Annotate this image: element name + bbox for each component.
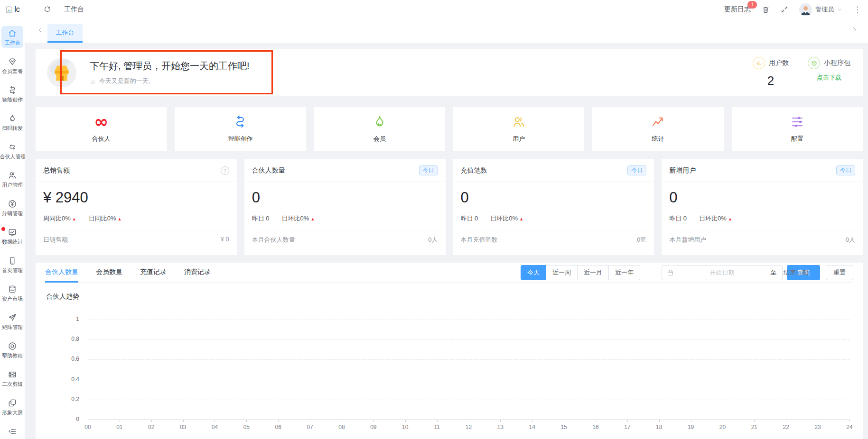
x-axis-tick xyxy=(310,420,310,422)
sidebar-item-label: 矩阵管理 xyxy=(2,324,23,331)
tab-workbench[interactable]: 工作台 xyxy=(47,24,83,43)
repeat-icon xyxy=(8,142,17,152)
chart-filter-controls: 今天 近一周 近一月 近一年 开始日期 至 查询 结束日期 重置 xyxy=(521,265,853,280)
x-axis-label: 06 xyxy=(275,424,281,430)
metric: 日环比0%▲ xyxy=(490,214,523,223)
quick-link-ai-creation[interactable]: 智能创作 xyxy=(175,107,306,151)
x-axis-label: 22 xyxy=(783,424,789,430)
user-count-stat: 用户数 2 xyxy=(753,57,789,88)
x-axis-tick xyxy=(278,420,279,422)
x-axis-label: 10 xyxy=(402,424,408,430)
mini-program-stat: 小程序包 点击下载 xyxy=(808,57,850,88)
x-axis-label: 17 xyxy=(624,424,630,430)
stat-card-footer-value: 0人 xyxy=(846,236,855,244)
date-range-input[interactable]: 开始日期 至 xyxy=(662,265,783,280)
sidebar-item-secondary-editing[interactable]: 二次剪辑 xyxy=(1,367,23,389)
sidebar-item-distribution-mgmt[interactable]: 分销管理 xyxy=(1,197,23,219)
quick-link-member[interactable]: 会员 xyxy=(314,107,445,151)
sidebar-item-matrix-mgmt[interactable]: 矩阵管理 xyxy=(1,311,23,332)
sidebar-item-homepage-mgmt[interactable]: 首页管理 xyxy=(1,254,23,275)
quick-link-settings[interactable]: 配置 xyxy=(732,107,863,151)
tab-consumption-records[interactable]: 消费记录 xyxy=(184,263,211,283)
arrow-up-icon: ▲ xyxy=(728,217,732,221)
sliders-icon xyxy=(790,115,804,129)
sidebar-item-label: 用户管理 xyxy=(2,182,23,189)
chevron-left-icon[interactable] xyxy=(37,27,44,33)
stat-card-footer-value: 0人 xyxy=(428,236,438,244)
y-axis-label: 0.2 xyxy=(45,396,79,402)
user-menu[interactable]: 管理员 xyxy=(799,3,842,16)
download-link[interactable]: 点击下载 xyxy=(817,73,841,82)
x-axis-label: 20 xyxy=(719,424,726,430)
sidebar-item-partner-mgmt[interactable]: 合伙人管理 xyxy=(1,140,23,162)
range-month-button[interactable]: 近一月 xyxy=(577,265,609,280)
quick-link-statistics[interactable]: 统计 xyxy=(592,107,723,151)
x-axis-tick xyxy=(215,420,215,422)
x-axis-label: 14 xyxy=(529,424,535,430)
users-icon xyxy=(512,115,526,129)
x-axis-tick xyxy=(373,420,374,422)
sidebar-item-label: 工作台 xyxy=(5,39,20,46)
fullscreen-icon[interactable] xyxy=(781,6,788,13)
x-axis-label: 16 xyxy=(592,424,598,430)
yen-circle-icon xyxy=(8,199,17,209)
more-menu-icon[interactable]: ⋮ xyxy=(853,6,861,14)
gem-check-icon xyxy=(8,57,17,66)
x-axis-label: 09 xyxy=(370,424,376,430)
sidebar-item-avatar-screen[interactable]: 形象大屏 xyxy=(1,396,23,418)
stat-card-title: 总销售额 xyxy=(43,166,70,175)
x-axis-label: 00 xyxy=(84,424,91,430)
sidebar-item-ai-creation[interactable]: 智能创作 xyxy=(1,83,23,105)
arrow-up-icon: ▲ xyxy=(118,217,122,221)
stat-card-new-users: 新增用户 今日 0 昨日 0 日环比0%▲ 本月新增用户 0人 xyxy=(662,159,863,255)
sidebar-item-label: 数据统计 xyxy=(2,238,23,246)
quick-link-users[interactable]: 用户 xyxy=(453,107,584,151)
quick-link-label: 统计 xyxy=(652,135,664,143)
sidebar-item-member-plans[interactable]: 会员套餐 xyxy=(1,55,23,76)
sidebar-item-help-tutorials[interactable]: 帮助教程 xyxy=(1,339,23,361)
x-axis-label: 03 xyxy=(180,424,186,430)
today-badge: 今日 xyxy=(627,165,646,175)
sidebar-item-workbench[interactable]: 工作台 xyxy=(1,26,23,48)
sidebar-item-scan-forward[interactable]: 扫码转发 xyxy=(1,111,23,133)
sidebar-item-label: 智能创作 xyxy=(2,96,23,103)
tab-member-count[interactable]: 会员数量 xyxy=(96,263,122,283)
sidebar-item-user-mgmt[interactable]: 用户管理 xyxy=(1,168,23,190)
x-axis-tick xyxy=(437,420,438,422)
tab-partner-count[interactable]: 合伙人数量 xyxy=(45,263,78,283)
tab-recharge-records[interactable]: 充值记录 xyxy=(140,263,167,283)
main-content: 下午好, 管理员，开始您一天的工作吧! ☼ 今天又是新的一天。 用户数 2 xyxy=(25,43,868,439)
stat-card-value: 0 xyxy=(252,189,438,206)
sidebar-item-data-stats[interactable]: 数据统计 xyxy=(1,225,23,247)
sidebar-item-label: 资产市场 xyxy=(2,295,23,302)
trash-icon[interactable] xyxy=(762,6,770,14)
x-axis-tick xyxy=(564,420,564,422)
chart-panel-header: 合伙人数量 会员数量 充值记录 消费记录 今天 近一周 近一月 近一年 开始日期 xyxy=(45,263,853,283)
metric: 日同比0%▲ xyxy=(89,214,122,223)
metric: 日环比0%▲ xyxy=(282,214,315,223)
mini-program-label: 小程序包 xyxy=(824,59,850,67)
quick-link-partner[interactable]: ∞ 合伙人 xyxy=(36,107,167,151)
range-year-button[interactable]: 近一年 xyxy=(608,265,640,280)
x-axis-label: 02 xyxy=(148,424,154,430)
flame-icon xyxy=(8,114,17,123)
update-log-button[interactable]: 更新日志 1 xyxy=(724,5,751,14)
range-week-button[interactable]: 近一周 xyxy=(546,265,578,280)
range-today-button[interactable]: 今天 xyxy=(521,265,546,280)
sidebar-item-label: 二次剪辑 xyxy=(2,381,23,388)
sidebar-item-label: 形象大屏 xyxy=(2,409,23,416)
x-axis-label: 21 xyxy=(751,424,757,430)
app-logo[interactable]: lc xyxy=(0,0,25,19)
x-axis-label: 12 xyxy=(466,424,472,430)
stat-card-recharge-count: 充值笔数 今日 0 昨日 0 日环比0%▲ 本月充值笔数 0笔 xyxy=(453,159,654,255)
x-axis-tick xyxy=(754,420,755,422)
query-button[interactable]: 查询 xyxy=(787,265,820,280)
reset-button[interactable]: 重置 xyxy=(826,265,853,280)
sidebar-item-label: 分销管理 xyxy=(2,210,23,217)
stat-card-footer-value: 0笔 xyxy=(637,236,646,244)
sidebar-item-asset-market[interactable]: 资产市场 xyxy=(1,282,23,304)
sidebar-collapse-button[interactable] xyxy=(1,424,23,438)
refresh-icon[interactable] xyxy=(43,6,51,14)
chevron-right-icon[interactable] xyxy=(851,27,858,33)
help-icon[interactable]: ? xyxy=(221,166,229,175)
